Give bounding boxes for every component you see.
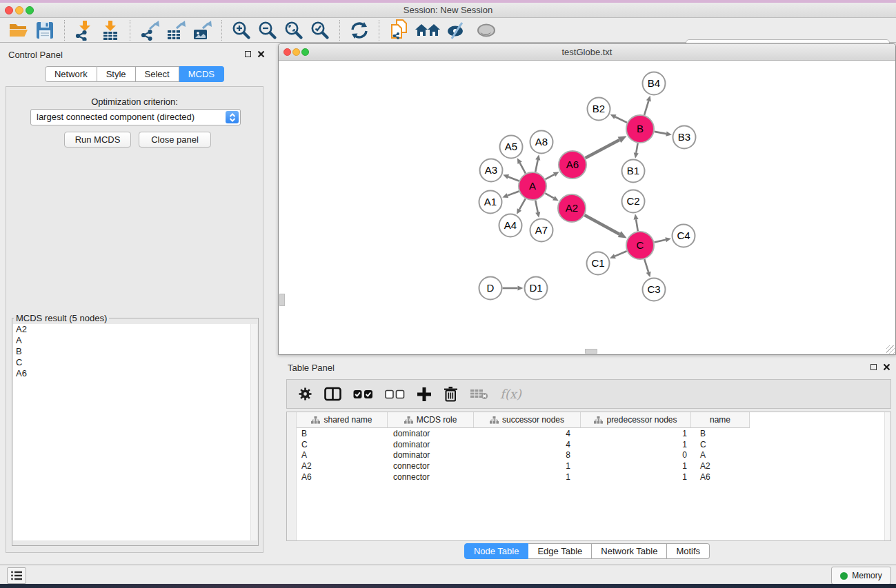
add-column-button[interactable] bbox=[417, 387, 432, 402]
table-cell[interactable]: 1 bbox=[581, 472, 691, 482]
export-image-button[interactable] bbox=[191, 20, 213, 41]
table-settings-button[interactable] bbox=[298, 387, 312, 401]
refresh-button[interactable] bbox=[348, 20, 370, 41]
mcds-result-item[interactable]: A6 bbox=[13, 368, 257, 379]
table-cell[interactable]: B bbox=[691, 429, 750, 438]
task-history-button[interactable] bbox=[7, 567, 26, 584]
table-cell[interactable]: 0 bbox=[581, 450, 691, 460]
table-cell[interactable]: dominator bbox=[388, 429, 474, 438]
table-cell[interactable]: A2 bbox=[691, 461, 750, 471]
table-cell[interactable]: C bbox=[691, 440, 750, 449]
table-cell[interactable]: 1 bbox=[581, 429, 691, 438]
table-cell[interactable]: connector bbox=[388, 472, 474, 482]
list-scrollbar[interactable] bbox=[250, 324, 257, 540]
graph-edge[interactable] bbox=[636, 143, 637, 153]
graph-edge[interactable] bbox=[644, 259, 648, 272]
graph-edge[interactable] bbox=[520, 163, 526, 173]
mcds-result-item[interactable]: B bbox=[13, 346, 257, 357]
save-session-button[interactable] bbox=[34, 20, 56, 41]
graph-edge[interactable] bbox=[615, 251, 626, 256]
tab-motifs[interactable]: Motifs bbox=[667, 543, 710, 559]
network-window-titlebar[interactable]: testGlobe.txt bbox=[279, 44, 895, 61]
close-panel-icon[interactable] bbox=[257, 50, 265, 58]
zoom-in-button[interactable] bbox=[230, 20, 252, 41]
column-header-name[interactable]: name bbox=[691, 412, 750, 427]
graph-edge[interactable] bbox=[508, 191, 519, 195]
table-cell[interactable]: 1 bbox=[581, 440, 691, 449]
table-cell[interactable]: 1 bbox=[474, 472, 581, 482]
tab-mcds[interactable]: MCDS bbox=[179, 66, 224, 82]
mcds-result-item[interactable]: A bbox=[13, 335, 257, 346]
table-cell[interactable]: A bbox=[297, 450, 388, 460]
table-scrollbar[interactable] bbox=[884, 412, 890, 540]
memory-button[interactable]: Memory bbox=[831, 567, 891, 585]
graph-edge[interactable] bbox=[508, 176, 519, 181]
column-header-shared-name[interactable]: shared name bbox=[297, 412, 388, 427]
bottom-splitter-handle[interactable] bbox=[585, 349, 597, 354]
tab-edge-table[interactable]: Edge Table bbox=[528, 543, 592, 559]
left-splitter-handle[interactable] bbox=[279, 294, 285, 306]
table-cell[interactable]: A bbox=[691, 450, 750, 460]
table-cell[interactable]: B bbox=[297, 429, 388, 438]
table-row[interactable]: Adominator80A bbox=[297, 449, 884, 460]
graph-edge[interactable] bbox=[584, 215, 619, 234]
select-all-button[interactable] bbox=[353, 389, 373, 399]
criterion-select[interactable]: largest connected component (directed) bbox=[30, 109, 241, 125]
first-neighbors-button[interactable] bbox=[414, 20, 441, 41]
graph-edge[interactable] bbox=[655, 132, 666, 134]
table-cell[interactable]: A6 bbox=[691, 472, 750, 482]
float-panel-icon[interactable] bbox=[870, 364, 877, 370]
export-network-button[interactable] bbox=[139, 20, 161, 41]
graph-edge[interactable] bbox=[546, 174, 555, 179]
function-builder-button[interactable]: f(x) bbox=[500, 387, 521, 401]
zoom-selected-button[interactable] bbox=[309, 20, 331, 41]
open-session-button[interactable] bbox=[8, 20, 30, 41]
table-cell[interactable]: dominator bbox=[388, 440, 474, 449]
table-cell[interactable]: A2 bbox=[297, 461, 388, 471]
tab-network-table[interactable]: Network Table bbox=[592, 543, 667, 559]
clone-network-button[interactable] bbox=[388, 20, 410, 41]
column-header-predecessor-nodes[interactable]: predecessor nodes bbox=[581, 412, 691, 427]
table-cell[interactable]: A6 bbox=[297, 472, 388, 482]
graph-edge[interactable] bbox=[615, 117, 627, 123]
tab-node-table[interactable]: Node Table bbox=[464, 543, 529, 559]
tab-network[interactable]: Network bbox=[45, 66, 97, 82]
resize-grip-icon[interactable] bbox=[886, 345, 895, 354]
table-cell[interactable]: connector bbox=[388, 461, 474, 471]
column-header-MCDS-role[interactable]: MCDS role bbox=[388, 412, 474, 427]
export-table-button[interactable] bbox=[165, 20, 187, 41]
table-cell[interactable]: 1 bbox=[581, 461, 691, 471]
graph-edge[interactable] bbox=[535, 160, 538, 172]
mcds-result-list[interactable]: A2ABCA6 bbox=[13, 324, 257, 540]
table-row[interactable]: A6connector11A6 bbox=[297, 472, 884, 483]
mcds-result-item[interactable]: C bbox=[13, 357, 257, 368]
mcds-result-item[interactable]: A2 bbox=[13, 324, 257, 335]
show-columns-button[interactable] bbox=[324, 387, 341, 401]
zoom-fit-button[interactable] bbox=[283, 20, 305, 41]
table-row[interactable]: A2connector11A2 bbox=[297, 460, 884, 472]
tab-style[interactable]: Style bbox=[97, 66, 136, 82]
run-mcds-button[interactable]: Run MCDS bbox=[64, 132, 131, 148]
column-header-successor-nodes[interactable]: successor nodes bbox=[474, 412, 581, 427]
table-row[interactable]: Bdominator41B bbox=[297, 428, 884, 439]
graph-edge[interactable] bbox=[586, 140, 619, 158]
network-canvas[interactable]: B4B2BB3A8A5A6A3B1AC2A1A2A4A7C4CC1C3DD1 bbox=[279, 61, 895, 354]
delete-column-button[interactable] bbox=[444, 386, 458, 402]
float-panel-icon[interactable] bbox=[245, 51, 251, 57]
graph-edge[interactable] bbox=[545, 193, 554, 198]
table-cell[interactable]: 8 bbox=[474, 450, 581, 460]
close-panel-button[interactable]: Close panel bbox=[139, 132, 211, 148]
table-cell[interactable]: 1 bbox=[474, 461, 581, 471]
graph-edge[interactable] bbox=[535, 201, 538, 212]
zoom-out-button[interactable] bbox=[257, 20, 279, 41]
table-cell[interactable]: C bbox=[297, 440, 388, 449]
table-cell[interactable]: dominator bbox=[388, 450, 474, 460]
hide-panels-button[interactable] bbox=[446, 20, 468, 41]
show-graphics-details-button[interactable] bbox=[475, 20, 497, 41]
tab-select[interactable]: Select bbox=[136, 66, 179, 82]
close-panel-icon[interactable] bbox=[883, 363, 890, 371]
import-network-button[interactable] bbox=[73, 20, 95, 41]
deselect-all-button[interactable] bbox=[385, 389, 405, 399]
graph-edge[interactable] bbox=[654, 240, 666, 243]
graph-edge[interactable] bbox=[644, 101, 648, 115]
